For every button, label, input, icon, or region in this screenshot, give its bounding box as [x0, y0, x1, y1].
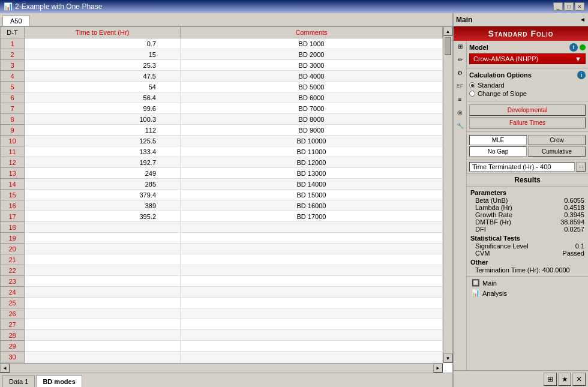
scroll-down-arrow[interactable]: ▼	[443, 353, 452, 363]
maximize-button[interactable]: □	[564, 2, 574, 11]
radio-change-of-slope[interactable]: Change of Slope	[469, 90, 586, 97]
table-row[interactable]: 11 133.4 BD 11000	[1, 146, 443, 157]
table-row[interactable]: 27	[1, 319, 443, 330]
row-comment[interactable]: BD 9000	[181, 125, 443, 136]
crow-button[interactable]: Crow	[528, 135, 586, 145]
tab-bd-modes[interactable]: BD modes	[36, 375, 82, 387]
row-comment[interactable]: BD 14000	[181, 179, 443, 190]
row-comment[interactable]: BD 16000	[181, 200, 443, 211]
row-time[interactable]: 379.4	[25, 190, 181, 200]
row-time[interactable]	[25, 222, 181, 233]
table-row[interactable]: 23	[1, 276, 443, 287]
table-row[interactable]: 13 249 BD 13000	[1, 168, 443, 179]
row-time[interactable]	[25, 233, 181, 244]
row-comment[interactable]	[181, 233, 443, 244]
strip-icon-4[interactable]: ≡	[455, 96, 465, 106]
row-comment[interactable]	[181, 298, 443, 308]
row-time[interactable]: 47.5	[25, 71, 181, 82]
row-time[interactable]	[25, 341, 181, 352]
row-time[interactable]: 192.7	[25, 157, 181, 168]
row-time[interactable]: 0.7	[25, 38, 181, 49]
row-comment[interactable]	[181, 222, 443, 233]
row-time[interactable]: 125.5	[25, 136, 181, 146]
strip-icon-ef[interactable]: EF	[455, 83, 465, 92]
row-comment[interactable]: BD 8000	[181, 114, 443, 125]
minimize-button[interactable]: _	[553, 2, 563, 11]
row-comment[interactable]	[181, 352, 443, 362]
row-comment[interactable]: BD 4000	[181, 71, 443, 82]
row-time[interactable]: 389	[25, 200, 181, 211]
row-comment[interactable]	[181, 287, 443, 298]
row-comment[interactable]: BD 7000	[181, 103, 443, 114]
nav-main[interactable]: 🔲 Main	[469, 278, 586, 288]
row-comment[interactable]	[181, 341, 443, 352]
row-comment[interactable]	[181, 308, 443, 319]
scroll-left-arrow[interactable]: ◄	[0, 364, 10, 373]
table-row[interactable]: 9 112 BD 9000	[1, 125, 443, 136]
row-time[interactable]	[25, 319, 181, 330]
table-row[interactable]: 8 100.3 BD 8000	[1, 114, 443, 125]
spreadsheet-tab[interactable]: A50	[2, 16, 30, 26]
strip-icon-5[interactable]: ◎	[455, 109, 465, 119]
toolbar-star-btn[interactable]: ★	[558, 373, 571, 386]
row-time[interactable]	[25, 276, 181, 287]
nav-analysis[interactable]: 📊 Analysis	[469, 288, 586, 298]
row-comment[interactable]	[181, 319, 443, 330]
model-dropdown[interactable]: Crow-AMSAA (NHPP) ▼	[469, 53, 586, 64]
row-time[interactable]	[25, 254, 181, 265]
row-time[interactable]	[25, 330, 181, 341]
scroll-up-arrow[interactable]: ▲	[443, 26, 452, 36]
table-row[interactable]: 1 0.7 BD 1000	[1, 38, 443, 49]
termination-dots-button[interactable]: ···	[576, 162, 586, 172]
table-row[interactable]: 14 285 BD 14000	[1, 179, 443, 190]
toolbar-grid-btn[interactable]: ⊞	[544, 373, 557, 386]
row-time[interactable]	[25, 308, 181, 319]
table-row[interactable]: 20	[1, 244, 443, 254]
table-row[interactable]: 6 56.4 BD 6000	[1, 92, 443, 103]
row-time[interactable]: 25.3	[25, 60, 181, 71]
row-time[interactable]	[25, 265, 181, 276]
row-time[interactable]	[25, 298, 181, 308]
row-comment[interactable]: BD 11000	[181, 146, 443, 157]
row-comment[interactable]	[181, 265, 443, 276]
row-time[interactable]	[25, 287, 181, 298]
table-row[interactable]: 18	[1, 222, 443, 233]
table-row[interactable]: 25	[1, 298, 443, 308]
row-comment[interactable]: BD 6000	[181, 92, 443, 103]
table-row[interactable]: 16 389 BD 16000	[1, 200, 443, 211]
strip-icon-2[interactable]: ✏	[455, 56, 465, 66]
tab-data1[interactable]: Data 1	[2, 375, 35, 387]
row-time[interactable]	[25, 352, 181, 362]
table-row[interactable]: 17 395.2 BD 17000	[1, 211, 443, 222]
toolbar-x-btn[interactable]: ✕	[572, 373, 586, 386]
row-comment[interactable]: BD 13000	[181, 168, 443, 179]
row-time[interactable]	[25, 244, 181, 254]
row-comment[interactable]: BD 1000	[181, 38, 443, 49]
row-comment[interactable]	[181, 254, 443, 265]
termination-field[interactable]: Time Terminated (Hr) - 400	[469, 162, 575, 172]
calc-options-info-icon[interactable]: i	[577, 71, 586, 79]
row-comment[interactable]: BD 2000	[181, 49, 443, 60]
row-comment[interactable]: BD 12000	[181, 157, 443, 168]
table-row[interactable]: 12 192.7 BD 12000	[1, 157, 443, 168]
table-row[interactable]: 5 54 BD 5000	[1, 82, 443, 92]
table-row[interactable]: 7 99.6 BD 7000	[1, 103, 443, 114]
row-time[interactable]: 100.3	[25, 114, 181, 125]
row-comment[interactable]	[181, 276, 443, 287]
row-time[interactable]: 249	[25, 168, 181, 179]
table-row[interactable]: 26	[1, 308, 443, 319]
row-time[interactable]: 112	[25, 125, 181, 136]
scroll-right-arrow[interactable]: ►	[433, 364, 443, 373]
table-row[interactable]: 10 125.5 BD 10000	[1, 136, 443, 146]
table-row[interactable]: 22	[1, 265, 443, 276]
row-comment[interactable]: BD 10000	[181, 136, 443, 146]
developmental-button[interactable]: Developmental	[469, 104, 586, 116]
close-button[interactable]: ×	[575, 2, 584, 11]
row-comment[interactable]: BD 15000	[181, 190, 443, 200]
table-row[interactable]: 24	[1, 287, 443, 298]
strip-icon-3[interactable]: ⚙	[455, 70, 465, 79]
row-comment[interactable]	[181, 244, 443, 254]
strip-icon-1[interactable]: ⊞	[455, 43, 465, 53]
table-row[interactable]: 21	[1, 254, 443, 265]
strip-icon-6[interactable]: 🔧	[455, 122, 465, 132]
